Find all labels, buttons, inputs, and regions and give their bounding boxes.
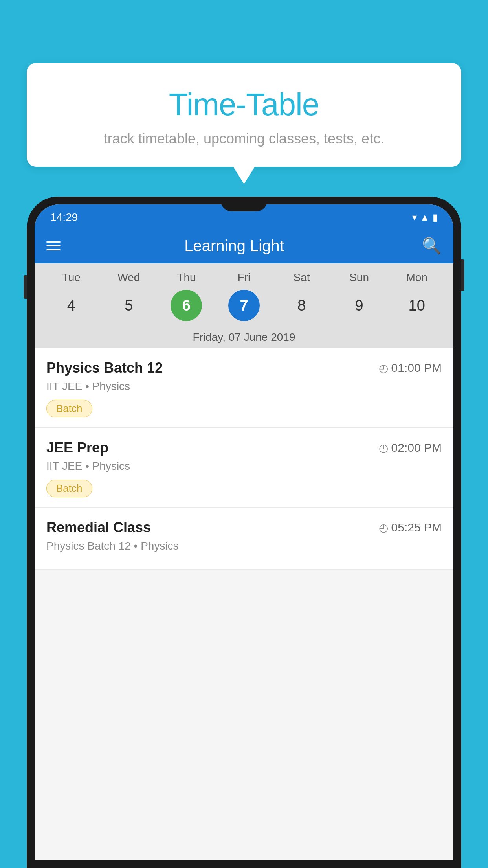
power-button	[461, 259, 464, 291]
date-10[interactable]: 10	[401, 290, 433, 321]
battery-icon: ▮	[433, 212, 438, 223]
schedule-item-3-title: Remedial Class	[46, 519, 151, 536]
phone-mockup: 14:29 ▾ ▲ ▮ Learning Light 🔍	[27, 197, 461, 868]
schedule-item-2-time: ◴ 02:00 PM	[379, 441, 442, 454]
schedule-item-3[interactable]: Remedial Class ◴ 05:25 PM Physics Batch …	[35, 508, 453, 570]
speech-bubble: Time-Table track timetable, upcoming cla…	[27, 63, 461, 167]
day-sat[interactable]: Sat	[286, 271, 317, 284]
schedule-item-2-subtitle: IIT JEE • Physics	[46, 460, 442, 473]
search-button[interactable]: 🔍	[422, 237, 442, 255]
batch-badge-2: Batch	[46, 480, 92, 497]
date-4[interactable]: 4	[55, 290, 87, 321]
clock-icon-2: ◴	[379, 441, 388, 454]
phone-outer: 14:29 ▾ ▲ ▮ Learning Light 🔍	[27, 197, 461, 868]
day-thu[interactable]: Thu	[171, 271, 202, 284]
schedule-item-2-time-value: 02:00 PM	[391, 441, 442, 454]
clock-icon-1: ◴	[379, 362, 388, 375]
day-sun[interactable]: Sun	[343, 271, 375, 284]
schedule-item-1-title: Physics Batch 12	[46, 360, 163, 376]
day-fri[interactable]: Fri	[228, 271, 260, 284]
day-numbers-row: 4 5 6 7 8 9 10	[35, 288, 453, 327]
volume-button	[24, 275, 27, 299]
signal-icon: ▲	[420, 212, 429, 223]
day-wed[interactable]: Wed	[113, 271, 145, 284]
date-9[interactable]: 9	[343, 290, 375, 321]
batch-badge-1: Batch	[46, 400, 92, 417]
schedule-item-2-header: JEE Prep ◴ 02:00 PM	[46, 440, 442, 456]
schedule-list: Physics Batch 12 ◴ 01:00 PM IIT JEE • Ph…	[35, 348, 453, 570]
schedule-item-1-header: Physics Batch 12 ◴ 01:00 PM	[46, 360, 442, 376]
day-names-row: Tue Wed Thu Fri Sat Sun Mon	[35, 271, 453, 288]
schedule-item-1[interactable]: Physics Batch 12 ◴ 01:00 PM IIT JEE • Ph…	[35, 348, 453, 428]
speech-bubble-title: Time-Table	[42, 86, 446, 123]
date-7-selected[interactable]: 7	[228, 290, 260, 321]
phone-notch	[220, 197, 268, 211]
selected-date-label: Friday, 07 June 2019	[35, 327, 453, 348]
phone-screen: 14:29 ▾ ▲ ▮ Learning Light 🔍	[35, 204, 453, 860]
speech-bubble-container: Time-Table track timetable, upcoming cla…	[27, 63, 461, 167]
schedule-item-3-subtitle: Physics Batch 12 • Physics	[46, 540, 442, 552]
clock-icon-3: ◴	[379, 521, 388, 534]
schedule-item-3-time: ◴ 05:25 PM	[379, 521, 442, 534]
calendar-header: Tue Wed Thu Fri Sat Sun Mon 4 5 6 7 8 9 …	[35, 263, 453, 348]
day-mon[interactable]: Mon	[401, 271, 433, 284]
date-6-today[interactable]: 6	[171, 290, 202, 321]
app-title: Learning Light	[46, 237, 422, 255]
schedule-item-1-time-value: 01:00 PM	[391, 361, 442, 375]
schedule-item-3-time-value: 05:25 PM	[391, 521, 442, 534]
schedule-item-2[interactable]: JEE Prep ◴ 02:00 PM IIT JEE • Physics Ba…	[35, 428, 453, 508]
status-icons: ▾ ▲ ▮	[412, 212, 438, 223]
date-8[interactable]: 8	[286, 290, 317, 321]
speech-bubble-subtitle: track timetable, upcoming classes, tests…	[42, 131, 446, 147]
schedule-item-1-subtitle: IIT JEE • Physics	[46, 380, 442, 393]
schedule-item-3-header: Remedial Class ◴ 05:25 PM	[46, 519, 442, 536]
app-bar: Learning Light 🔍	[35, 228, 453, 263]
date-5[interactable]: 5	[113, 290, 145, 321]
day-tue[interactable]: Tue	[55, 271, 87, 284]
schedule-item-2-title: JEE Prep	[46, 440, 108, 456]
status-time: 14:29	[50, 211, 78, 224]
wifi-icon: ▾	[412, 212, 417, 223]
schedule-item-1-time: ◴ 01:00 PM	[379, 361, 442, 375]
